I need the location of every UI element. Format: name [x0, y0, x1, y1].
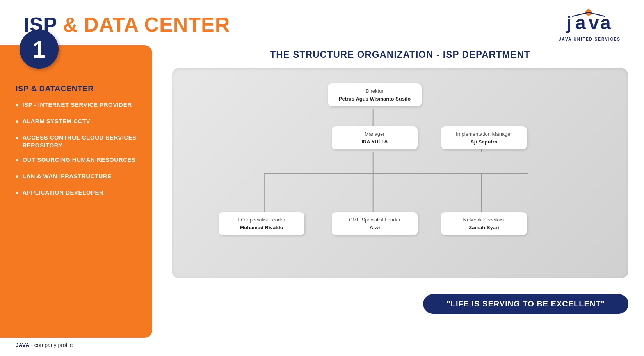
cme-specialist-node: CME Specialist Leader Alwi [332, 212, 418, 235]
footer-text: - company profile [29, 342, 73, 348]
svg-text:v: v [589, 12, 599, 33]
footer-brand: JAVA [16, 342, 29, 348]
header: ISP & DATA CENTER j a v a JAVA UNITED SE… [0, 0, 644, 45]
org-chart-container: Direktur Petrus Agus Wismanto Susilo Man… [172, 68, 628, 278]
list-item: OUT SOURCING HUMAN RESOURCES [16, 156, 141, 165]
sidebar-items: ISP - INTERNET SERVICE PROVIDER ALARM SY… [16, 101, 141, 198]
tagline-bar: "LIFE IS SERVING TO BE EXCELLENT" [423, 294, 628, 314]
org-chart-title: THE STRUCTURE ORGANIZATION - ISP DEPARTM… [172, 49, 628, 60]
right-content: THE STRUCTURE ORGANIZATION - ISP DEPARTM… [152, 45, 644, 338]
list-item: LAN & WAN IFRASTRUCTURE [16, 172, 141, 182]
logo-icon: j a v a [564, 8, 615, 39]
logo-subtitle: JAVA UNITED SERVICES [559, 37, 621, 41]
list-item: ALARM SYSTEM CCTV [16, 117, 141, 127]
sidebar-heading: ISP & DATACENTER [16, 84, 141, 93]
manager-node: Manager IRA YULI A [332, 126, 418, 149]
svg-text:j: j [566, 12, 571, 33]
network-specialist-node: Network Specilaist Zamah Syari [441, 212, 527, 235]
footer: JAVA - company profile [16, 342, 73, 348]
page-title: ISP & DATA CENTER [23, 13, 230, 36]
sidebar: 1 ISP & DATACENTER ISP - INTERNET SERVIC… [0, 45, 152, 338]
direktur-node: Direktur Petrus Agus Wismanto Susilo [328, 83, 422, 106]
list-item: ACCESS CONTROL CLOUD SERVICES REPOSITORY [16, 134, 141, 149]
fo-specialist-node: FO Specialist Leader Muhamad Rivaldo [219, 212, 304, 235]
main-content: 1 ISP & DATACENTER ISP - INTERNET SERVIC… [0, 45, 644, 338]
tagline-container: "LIFE IS SERVING TO BE EXCELLENT" [172, 286, 628, 314]
logo: j a v a JAVA UNITED SERVICES [559, 8, 621, 41]
section-number: 1 [20, 30, 59, 69]
list-item: ISP - INTERNET SERVICE PROVIDER [16, 101, 141, 110]
org-chart-lines [187, 80, 613, 267]
impl-manager-node: Implementation Manager Aji Saputro [441, 126, 527, 149]
tagline-text: "LIFE IS SERVING TO BE EXCELLENT" [447, 299, 605, 308]
list-item: APPLICATION DEVELOPER [16, 189, 141, 198]
org-chart-wrapper: Direktur Petrus Agus Wismanto Susilo Man… [187, 80, 613, 267]
